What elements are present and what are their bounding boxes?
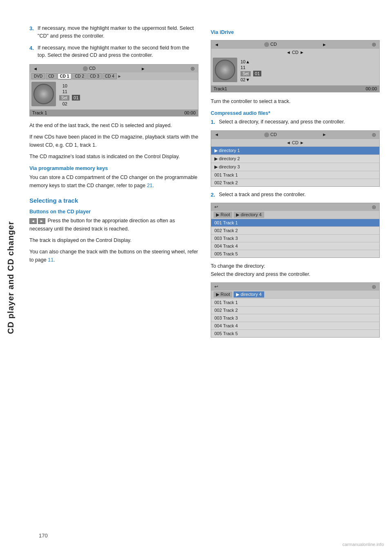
cd-nav-right: ► [141, 66, 145, 71]
cd-center: CD [83, 66, 96, 71]
buttons-text-2: The track is displayed on the Control Di… [29, 236, 198, 244]
cd-body: 10 11 Set 01 02 [30, 80, 198, 110]
dir-item-track1: 001 Track 1 [211, 171, 379, 179]
step-3: 3. If necessary, move the highlight mark… [29, 25, 198, 40]
dir-settings-icon: ◎ [372, 132, 376, 137]
tab-arrow-right: ► [118, 74, 122, 78]
via-prog-link[interactable]: 21 [147, 183, 153, 188]
tab-cd2: CD 2 [72, 73, 87, 79]
cd-settings-icon: ◎ [191, 66, 195, 71]
tab-cd1: CD 1 [58, 73, 72, 79]
sidebar-label: CD player and CD changer [6, 221, 16, 334]
idrive-track-label: Track1 [214, 86, 227, 91]
idrive-time: 00:00 [365, 86, 377, 91]
dir-item-track2: 002 Track 2 [211, 179, 379, 186]
dir-center: CD [264, 132, 277, 137]
track-item-005-1: 005 Track 5 [211, 250, 379, 257]
track-item-002-1: 002 Track 2 [211, 226, 379, 234]
step-2: 2. Select a track and press the controll… [211, 191, 380, 199]
page-number: 170 [39, 533, 48, 539]
track-num-11: 11 [59, 89, 67, 94]
track-breadcrumb-1: ▶ Root ▶ directory 4 [211, 211, 379, 219]
step-2-text: Select a track and press the controller. [219, 191, 380, 199]
track-top-bar-2: ↩ ◎ [211, 283, 379, 291]
paragraph-2: If new CDs have been placed in the CD ma… [29, 133, 198, 149]
idrive-body: 10▲ 11 Set 01 02▼ [211, 56, 379, 85]
buttons-link[interactable]: 11 [48, 257, 53, 263]
idrive-set-label: Set [241, 71, 251, 76]
track-row-set: Set 01 [59, 95, 195, 101]
idrive-set-value: 01 [253, 71, 261, 76]
prev-button-icon: ◄ [29, 218, 37, 224]
tab-dvd: DVD [31, 73, 45, 79]
breadcrumb-root-2: ▶ Root [214, 291, 232, 298]
cd-bottom-bar: Track 1 00:00 [30, 110, 198, 116]
track-back-icon-2: ↩ [214, 284, 218, 289]
breadcrumb-dir4-2: ▶ directory 4 [234, 291, 264, 298]
compressed-heading: Compressed audio files* [211, 110, 380, 116]
dir-nav-right: ► [322, 132, 327, 137]
directory-ui: ◄ CD ► ◎ ◄ CD ► ▶ directory 1 ▶ director… [211, 130, 380, 187]
track-row-11: 11 [59, 89, 195, 94]
idrive-tracks: 10▲ 11 Set 01 02▼ [239, 58, 378, 84]
track-breadcrumb-2: ▶ Root ▶ directory 4 [211, 291, 379, 298]
track-num-10: 10 [59, 83, 67, 88]
dir-nav-left: ◄ [214, 132, 219, 137]
cd-tab-bar: DVD CD CD 1 CD 2 CD 3 CD 4 ► [30, 72, 198, 80]
track-row-10: 10 [59, 83, 195, 88]
idrive-top-bar: ◄ CD ► ◎ [211, 40, 379, 48]
track-top-bar-1: ↩ ◎ [211, 203, 379, 211]
cd-time: 00:00 [184, 110, 196, 115]
idrive-bottom-bar: Track1 00:00 [211, 85, 379, 92]
set-label: Set [59, 95, 69, 101]
idrive-nav-bar: ◄ CD ► [211, 48, 379, 56]
step-4-num: 4. [29, 44, 35, 60]
set-value: 01 [72, 95, 80, 101]
idrive-track-02: 02▼ [241, 77, 376, 82]
watermark: carmanualonline.info [342, 542, 384, 547]
right-column: Via iDrive ◄ CD ► ◎ ◄ CD ► 10▲ [211, 25, 380, 342]
idrive-track-11: 11 [241, 65, 376, 70]
idrive-cd-nav: ◄ CD ► [286, 50, 304, 55]
idrive-text: Turn the controller to select a track. [211, 97, 380, 105]
buttons-paragraph: ◄ ► Press the button for the appropriate… [29, 217, 198, 233]
idrive-track-num-02: 02▼ [241, 77, 250, 82]
idrive-track-num-10: 10▲ [241, 59, 250, 64]
step-3-num: 3. [29, 25, 35, 40]
buttons-text-before: Press the button for the appropriate dir… [29, 218, 175, 232]
idrive-nav-left: ◄ [214, 42, 219, 47]
cd-top-bar: ◄ CD ► ◎ [30, 65, 198, 72]
step-4: 4. If necessary, move the highlight mark… [29, 44, 198, 60]
sidebar: CD player and CD changer [0, 0, 21, 555]
step-3-text: If necessary, move the highlight marker … [38, 25, 198, 40]
track-list-ui-1: ↩ ◎ ▶ Root ▶ directory 4 001 Track 1 002… [211, 203, 380, 258]
via-prog-paragraph: You can store a CD compartment of the CD… [29, 173, 198, 190]
cd-disc [31, 82, 56, 106]
idrive-track-10: 10▲ [241, 59, 376, 64]
buttons-text-3: You can also change the track with the b… [29, 248, 198, 264]
main-content: 3. If necessary, move the highlight mark… [21, 0, 392, 358]
compressed-step-1-num: 1. [211, 118, 216, 126]
idrive-disc [213, 58, 237, 82]
paragraph-3: The CD magazine's load status is indicat… [29, 152, 198, 161]
track-settings-icon-1: ◎ [372, 204, 376, 210]
dir-item-2: ▶ directory 2 [211, 154, 379, 163]
cd-player-ui-1: ◄ CD ► ◎ DVD CD CD 1 CD 2 CD 3 CD 4 ► [29, 64, 198, 116]
paragraph-1: At the end of the last track, the next C… [29, 121, 198, 130]
idrive-cd-ui: ◄ CD ► ◎ ◄ CD ► 10▲ 11 [211, 40, 380, 92]
btn-icons: ◄ ► [29, 218, 45, 224]
track-item-003-2: 003 Track 3 [211, 314, 379, 322]
compressed-step-1-text: Select a directory, if necessary, and pr… [219, 118, 380, 126]
breadcrumb-root-1: ▶ Root [214, 212, 232, 218]
idrive-nav-right: ► [322, 42, 327, 47]
breadcrumb-dir4-1: ▶ directory 4 [234, 212, 264, 218]
via-prog-text: You can store a CD compartment of the CD… [29, 175, 198, 188]
tab-cd: CD [46, 73, 56, 79]
track-item-001-2: 001 Track 1 [211, 298, 379, 306]
next-button-icon: ► [38, 218, 45, 224]
dir-item-1: ▶ directory 1 [211, 146, 379, 154]
via-idrive-heading: Via iDrive [211, 29, 380, 35]
track-back-icon-1: ↩ [214, 204, 218, 210]
compressed-step-1: 1. Select a directory, if necessary, and… [211, 118, 380, 126]
track-item-001-1: 001 Track 1 [211, 219, 379, 226]
